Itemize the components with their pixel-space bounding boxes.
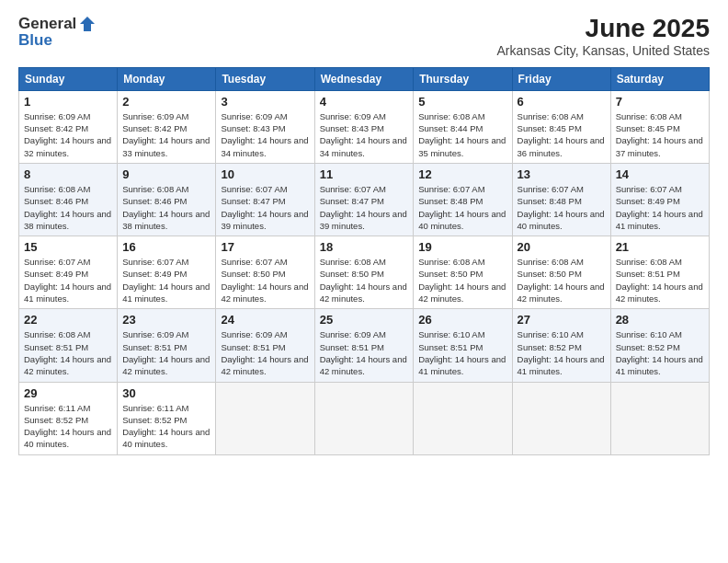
calendar-week-row: 29 Sunrise: 6:11 AM Sunset: 8:52 PM Dayl…: [19, 382, 710, 454]
day-info: Sunrise: 6:07 AM Sunset: 8:49 PM Dayligh…: [122, 256, 210, 304]
calendar-cell: 7 Sunrise: 6:08 AM Sunset: 8:45 PM Dayli…: [610, 90, 709, 163]
calendar-cell: 28 Sunrise: 6:10 AM Sunset: 8:52 PM Dayl…: [610, 309, 709, 382]
day-info: Sunrise: 6:09 AM Sunset: 8:42 PM Dayligh…: [122, 110, 210, 159]
day-info: Sunrise: 6:08 AM Sunset: 8:51 PM Dayligh…: [24, 328, 112, 377]
day-number: 14: [616, 167, 704, 181]
day-number: 5: [418, 95, 506, 109]
calendar-cell: 11 Sunrise: 6:07 AM Sunset: 8:47 PM Dayl…: [314, 163, 414, 236]
calendar-cell: 15 Sunrise: 6:07 AM Sunset: 8:49 PM Dayl…: [19, 236, 118, 309]
calendar-cell: [216, 382, 314, 454]
day-info: Sunrise: 6:07 AM Sunset: 8:48 PM Dayligh…: [418, 183, 506, 232]
day-info: Sunrise: 6:07 AM Sunset: 8:50 PM Dayligh…: [221, 256, 309, 304]
day-info: Sunrise: 6:09 AM Sunset: 8:51 PM Dayligh…: [221, 328, 309, 377]
day-number: 16: [122, 240, 210, 254]
day-info: Sunrise: 6:10 AM Sunset: 8:52 PM Dayligh…: [616, 328, 704, 377]
day-number: 2: [122, 95, 210, 109]
day-info: Sunrise: 6:08 AM Sunset: 8:46 PM Dayligh…: [24, 183, 112, 232]
calendar-table: Sunday Monday Tuesday Wednesday Thursday…: [18, 67, 710, 455]
calendar-cell: 1 Sunrise: 6:09 AM Sunset: 8:42 PM Dayli…: [19, 90, 118, 163]
day-info: Sunrise: 6:07 AM Sunset: 8:49 PM Dayligh…: [24, 256, 112, 304]
day-number: 1: [24, 95, 112, 109]
day-info: Sunrise: 6:09 AM Sunset: 8:51 PM Dayligh…: [122, 328, 210, 377]
calendar-cell: 14 Sunrise: 6:07 AM Sunset: 8:49 PM Dayl…: [610, 163, 709, 236]
calendar-cell: [314, 382, 414, 454]
day-number: 21: [616, 240, 704, 254]
day-info: Sunrise: 6:07 AM Sunset: 8:47 PM Dayligh…: [320, 183, 409, 232]
calendar-title: June 2025: [496, 15, 710, 43]
calendar-cell: 27 Sunrise: 6:10 AM Sunset: 8:52 PM Dayl…: [512, 309, 610, 382]
day-number: 24: [221, 313, 309, 327]
calendar-cell: 16 Sunrise: 6:07 AM Sunset: 8:49 PM Dayl…: [118, 236, 216, 309]
header-saturday: Saturday: [610, 67, 709, 90]
calendar-cell: [512, 382, 610, 454]
day-info: Sunrise: 6:07 AM Sunset: 8:47 PM Dayligh…: [221, 183, 309, 232]
calendar-cell: 4 Sunrise: 6:09 AM Sunset: 8:43 PM Dayli…: [314, 90, 414, 163]
day-number: 3: [221, 95, 309, 109]
day-number: 23: [122, 313, 210, 327]
calendar-week-row: 1 Sunrise: 6:09 AM Sunset: 8:42 PM Dayli…: [19, 90, 710, 163]
day-number: 29: [24, 386, 112, 400]
header-row: Sunday Monday Tuesday Wednesday Thursday…: [19, 67, 710, 90]
day-number: 19: [418, 240, 506, 254]
day-number: 7: [616, 95, 704, 109]
calendar-cell: 21 Sunrise: 6:08 AM Sunset: 8:51 PM Dayl…: [610, 236, 709, 309]
day-info: Sunrise: 6:09 AM Sunset: 8:51 PM Dayligh…: [320, 328, 409, 377]
day-info: Sunrise: 6:07 AM Sunset: 8:48 PM Dayligh…: [518, 183, 606, 232]
calendar-cell: 30 Sunrise: 6:11 AM Sunset: 8:52 PM Dayl…: [118, 382, 216, 454]
day-number: 30: [122, 386, 210, 400]
day-info: Sunrise: 6:10 AM Sunset: 8:51 PM Dayligh…: [418, 328, 506, 377]
day-info: Sunrise: 6:10 AM Sunset: 8:52 PM Dayligh…: [518, 328, 606, 377]
day-number: 6: [518, 95, 606, 109]
day-info: Sunrise: 6:11 AM Sunset: 8:52 PM Dayligh…: [122, 402, 210, 451]
calendar-cell: 18 Sunrise: 6:08 AM Sunset: 8:50 PM Dayl…: [314, 236, 414, 309]
calendar-cell: 22 Sunrise: 6:08 AM Sunset: 8:51 PM Dayl…: [19, 309, 118, 382]
day-info: Sunrise: 6:08 AM Sunset: 8:50 PM Dayligh…: [518, 256, 606, 304]
day-number: 15: [24, 240, 112, 254]
calendar-cell: 9 Sunrise: 6:08 AM Sunset: 8:46 PM Dayli…: [118, 163, 216, 236]
calendar-cell: 23 Sunrise: 6:09 AM Sunset: 8:51 PM Dayl…: [118, 309, 216, 382]
calendar-cell: 8 Sunrise: 6:08 AM Sunset: 8:46 PM Dayli…: [19, 163, 118, 236]
day-number: 9: [122, 167, 210, 181]
calendar-cell: 29 Sunrise: 6:11 AM Sunset: 8:52 PM Dayl…: [19, 382, 118, 454]
calendar-week-row: 8 Sunrise: 6:08 AM Sunset: 8:46 PM Dayli…: [19, 163, 710, 236]
day-number: 26: [418, 313, 506, 327]
day-info: Sunrise: 6:08 AM Sunset: 8:44 PM Dayligh…: [418, 110, 506, 159]
title-block: June 2025 Arkansas City, Kansas, United …: [496, 15, 710, 58]
calendar-subtitle: Arkansas City, Kansas, United States: [496, 43, 710, 58]
day-number: 18: [320, 240, 409, 254]
header-thursday: Thursday: [414, 67, 512, 90]
header-friday: Friday: [512, 67, 610, 90]
day-info: Sunrise: 6:09 AM Sunset: 8:43 PM Dayligh…: [320, 110, 409, 159]
day-info: Sunrise: 6:07 AM Sunset: 8:49 PM Dayligh…: [616, 183, 704, 232]
calendar-cell: [414, 382, 512, 454]
day-number: 4: [320, 95, 409, 109]
calendar-cell: 10 Sunrise: 6:07 AM Sunset: 8:47 PM Dayl…: [216, 163, 314, 236]
day-number: 8: [24, 167, 112, 181]
day-number: 11: [320, 167, 409, 181]
header-sunday: Sunday: [19, 67, 118, 90]
day-info: Sunrise: 6:08 AM Sunset: 8:50 PM Dayligh…: [320, 256, 409, 304]
day-number: 20: [518, 240, 606, 254]
header-tuesday: Tuesday: [216, 67, 314, 90]
calendar-cell: 13 Sunrise: 6:07 AM Sunset: 8:48 PM Dayl…: [512, 163, 610, 236]
day-info: Sunrise: 6:09 AM Sunset: 8:42 PM Dayligh…: [24, 110, 112, 159]
calendar-cell: 24 Sunrise: 6:09 AM Sunset: 8:51 PM Dayl…: [216, 309, 314, 382]
calendar-week-row: 22 Sunrise: 6:08 AM Sunset: 8:51 PM Dayl…: [19, 309, 710, 382]
day-info: Sunrise: 6:09 AM Sunset: 8:43 PM Dayligh…: [221, 110, 309, 159]
day-number: 13: [518, 167, 606, 181]
day-number: 28: [616, 313, 704, 327]
day-number: 12: [418, 167, 506, 181]
calendar-cell: 26 Sunrise: 6:10 AM Sunset: 8:51 PM Dayl…: [414, 309, 512, 382]
day-info: Sunrise: 6:08 AM Sunset: 8:45 PM Dayligh…: [616, 110, 704, 159]
page: General Blue June 2025 Arkansas City, Ka…: [0, 0, 728, 563]
day-number: 10: [221, 167, 309, 181]
calendar-cell: 6 Sunrise: 6:08 AM Sunset: 8:45 PM Dayli…: [512, 90, 610, 163]
day-info: Sunrise: 6:11 AM Sunset: 8:52 PM Dayligh…: [24, 402, 112, 451]
calendar-cell: 19 Sunrise: 6:08 AM Sunset: 8:50 PM Dayl…: [414, 236, 512, 309]
calendar-cell: [610, 382, 709, 454]
day-number: 27: [518, 313, 606, 327]
logo-blue-text: Blue: [18, 31, 52, 50]
svg-marker-0: [80, 17, 95, 31]
calendar-cell: 25 Sunrise: 6:09 AM Sunset: 8:51 PM Dayl…: [314, 309, 414, 382]
logo-general-text: General: [18, 15, 76, 33]
